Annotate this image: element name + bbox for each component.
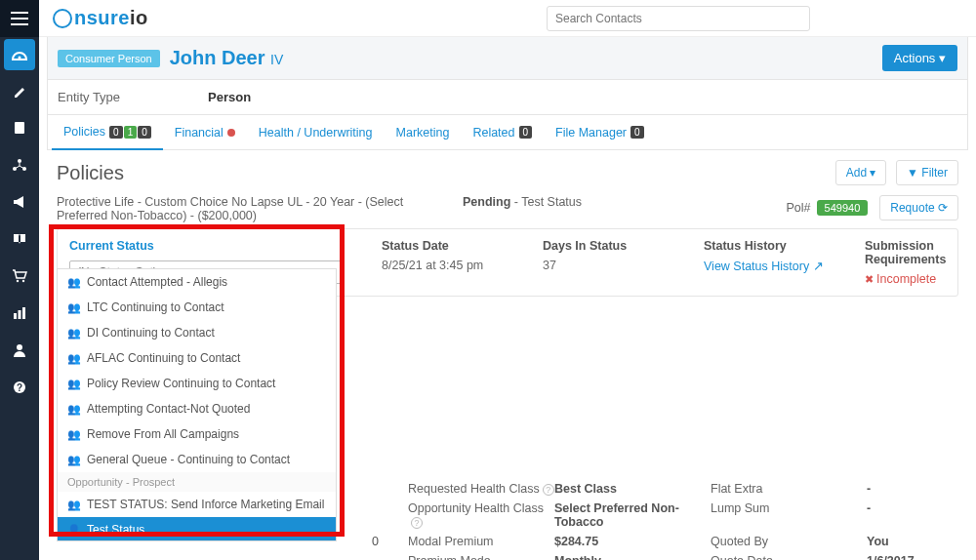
group-icon: 👥 <box>67 499 79 511</box>
status-option[interactable]: 👥Contact Attempted - Allegis <box>58 269 336 295</box>
svg-point-0 <box>19 57 21 60</box>
rhc-value: Best Class <box>554 482 711 496</box>
tab-financial[interactable]: Financial <box>163 115 247 149</box>
status-date-value: 8/25/21 at 3:45 pm <box>382 259 533 272</box>
svg-text:?: ? <box>17 382 22 393</box>
days-in-status-label: Days In Status <box>543 239 694 253</box>
view-status-history-link[interactable]: View Status History ↗ <box>704 259 855 273</box>
caret-down-icon: ▾ <box>939 51 946 65</box>
requote-button[interactable]: Requote ⟳ <box>879 195 958 220</box>
policy-status: Pending - Test Status <box>463 195 582 209</box>
logo: nsureio <box>53 7 148 29</box>
help-icon[interactable]: ? <box>543 484 554 496</box>
ohc-value: Select Preferred Non-Tobacco <box>554 501 711 529</box>
ls-value: - <box>867 501 976 529</box>
pm-label: Premium Mode <box>408 554 554 560</box>
group-icon: 👥 <box>67 276 79 289</box>
logo-text: nsure <box>74 7 130 29</box>
status-option[interactable]: 👥AFLAC Continuing to Contact <box>58 345 336 371</box>
person-icon: 👤 <box>67 524 79 537</box>
svg-point-10 <box>17 344 22 350</box>
qd-value: 1/6/2017 <box>867 554 976 560</box>
group-icon: 👥 <box>67 352 79 365</box>
logo-circle-icon <box>53 9 72 28</box>
ohc-label: Opportunity Health Class? <box>408 501 554 529</box>
chart-icon[interactable] <box>0 295 39 332</box>
svg-rect-1 <box>15 122 24 134</box>
book-icon[interactable] <box>0 220 39 258</box>
svg-point-5 <box>17 280 19 282</box>
svg-rect-9 <box>22 307 25 319</box>
svg-rect-7 <box>14 313 17 319</box>
policy-number-badge: 549940 <box>817 200 869 216</box>
tabs: Policies 0 1 0 Financial Health / Underw… <box>47 114 968 150</box>
tab-marketing[interactable]: Marketing <box>385 115 462 149</box>
svg-rect-8 <box>19 310 21 319</box>
entity-row: Entity Type Person <box>47 80 968 114</box>
pm-value: Monthly <box>554 554 711 560</box>
svg-point-2 <box>18 159 21 163</box>
status-option[interactable]: 👥Remove From All Campaigns <box>58 421 336 447</box>
status-option[interactable]: 👥Attempting Contact-Not Quoted <box>58 396 336 421</box>
status-date-label: Status Date <box>382 239 533 253</box>
external-link-icon: ↗ <box>813 260 824 273</box>
status-option-selected[interactable]: 👤Test Status <box>58 517 336 541</box>
filter-icon: ▼ <box>907 166 918 180</box>
alert-dot-icon <box>227 129 235 137</box>
pol-label: Pol# <box>787 201 811 215</box>
tab-related[interactable]: Related 0 <box>461 115 544 149</box>
actions-button[interactable]: Actions ▾ <box>882 45 957 71</box>
status-dropdown[interactable]: 👥Contact Attempted - Allegis 👥LTC Contin… <box>57 268 337 541</box>
mp-label: Modal Premium <box>408 535 554 548</box>
ls-label: Lump Sum <box>711 501 867 529</box>
help-icon[interactable]: ? <box>0 369 39 406</box>
status-option[interactable]: 👥LTC Continuing to Contact <box>58 295 336 320</box>
dashboard-icon[interactable] <box>4 39 35 70</box>
consumer-badge: Consumer Person <box>58 50 160 67</box>
refresh-icon: ⟳ <box>938 201 948 215</box>
group-icon: 👥 <box>67 403 79 416</box>
add-button[interactable]: Add ▾ <box>835 160 887 185</box>
submission-req-value[interactable]: Incomplete <box>865 272 946 286</box>
qb-value: You <box>867 535 976 548</box>
policy-description: Protective Life - Custom Choice No Lapse… <box>57 195 447 222</box>
cart-icon[interactable] <box>0 258 39 295</box>
svg-point-6 <box>22 280 24 282</box>
topbar: nsureio <box>39 0 976 37</box>
edit-icon[interactable] <box>0 72 39 109</box>
status-option[interactable]: 👥DI Continuing to Contact <box>58 320 336 345</box>
group-icon: 👥 <box>67 378 79 390</box>
rhc-label: Requested Health Class? <box>408 482 554 496</box>
group-icon: 👥 <box>67 454 79 466</box>
tab-policies[interactable]: Policies 0 1 0 <box>52 115 163 150</box>
status-history-label: Status History <box>704 239 855 253</box>
group-icon: 👥 <box>67 327 79 340</box>
entity-type-label: Entity Type <box>58 90 120 104</box>
person-header: Consumer Person John Deer IV Actions ▾ <box>47 37 968 80</box>
policy-summary: Protective Life - Custom Choice No Lapse… <box>57 195 958 222</box>
group-icon: 👥 <box>67 428 79 441</box>
user-icon[interactable] <box>0 332 39 369</box>
menu-icon[interactable] <box>0 0 39 37</box>
help-icon[interactable]: ? <box>411 517 423 529</box>
fe-value: - <box>867 482 976 496</box>
days-in-status-value: 37 <box>543 259 694 272</box>
contact-icon[interactable] <box>0 109 39 146</box>
fe-label: Flat Extra <box>711 482 867 496</box>
mp-value: $284.75 <box>554 535 711 548</box>
announce-icon[interactable] <box>0 183 39 220</box>
qd-label: Quote Date <box>711 554 867 560</box>
policies-header: Policies Add ▾ ▼ Filter <box>57 160 958 185</box>
status-option[interactable]: 👥General Queue - Continuing to Contact <box>58 447 336 472</box>
org-icon[interactable] <box>0 146 39 183</box>
tab-filemanager[interactable]: File Manager 0 <box>544 115 656 149</box>
filter-button[interactable]: ▼ Filter <box>896 160 958 185</box>
person-name: John Deer IV <box>170 47 284 69</box>
entity-type-value: Person <box>208 90 251 104</box>
tab-health[interactable]: Health / Underwriting <box>247 115 385 149</box>
current-status-label: Current Status <box>69 239 372 253</box>
search-input[interactable] <box>547 6 810 31</box>
status-option[interactable]: 👥TEST STATUS: Send Inforce Marketing Ema… <box>58 492 336 517</box>
qb-label: Quoted By <box>711 535 867 548</box>
status-option[interactable]: 👥Policy Review Continuing to Contact <box>58 371 336 396</box>
